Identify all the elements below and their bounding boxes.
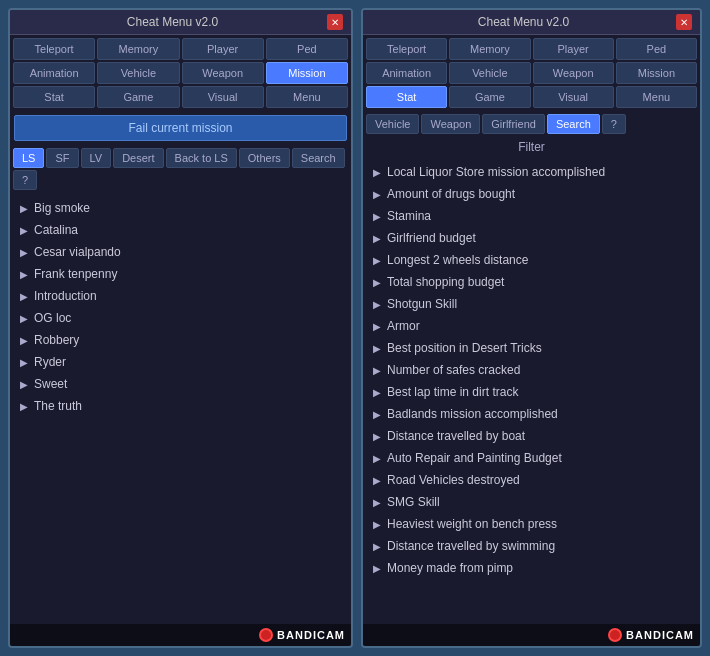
list-item[interactable]: ▶Introduction xyxy=(14,285,347,307)
list-item[interactable]: ▶Frank tenpenny xyxy=(14,263,347,285)
nav-ped-right[interactable]: Ped xyxy=(616,38,697,60)
list-item[interactable]: ▶Local Liquor Store mission accomplished xyxy=(367,161,696,183)
nav-ped-left[interactable]: Ped xyxy=(266,38,348,60)
nav-stat-left[interactable]: Stat xyxy=(13,86,95,108)
list-item[interactable]: ▶Cesar vialpando xyxy=(14,241,347,263)
arrow-icon: ▶ xyxy=(20,335,28,346)
nav-memory-right[interactable]: Memory xyxy=(449,38,530,60)
list-item[interactable]: ▶Girlfriend budget xyxy=(367,227,696,249)
nav-player-right[interactable]: Player xyxy=(533,38,614,60)
left-list[interactable]: ▶Big smoke ▶Catalina ▶Cesar vialpando ▶F… xyxy=(10,193,351,624)
subtab-ls[interactable]: LS xyxy=(13,148,44,168)
nav-animation-right[interactable]: Animation xyxy=(366,62,447,84)
left-close-button[interactable]: ✕ xyxy=(327,14,343,30)
list-item[interactable]: ▶Best lap time in dirt track xyxy=(367,381,696,403)
bandicam-dot-left xyxy=(259,628,273,642)
subtab-girlfriend-right[interactable]: Girlfriend xyxy=(482,114,545,134)
subtab-search-right[interactable]: Search xyxy=(547,114,600,134)
subtab-others[interactable]: Others xyxy=(239,148,290,168)
nav-animation-left[interactable]: Animation xyxy=(13,62,95,84)
list-item[interactable]: ▶Stamina xyxy=(367,205,696,227)
right-sub-tabs: Vehicle Weapon Girlfriend Search ? xyxy=(363,111,700,137)
arrow-icon: ▶ xyxy=(373,255,381,266)
list-item[interactable]: ▶Shotgun Skill xyxy=(367,293,696,315)
arrow-icon: ▶ xyxy=(20,357,28,368)
list-item[interactable]: ▶Longest 2 wheels distance xyxy=(367,249,696,271)
list-item[interactable]: ▶SMG Skill xyxy=(367,491,696,513)
subtab-lv[interactable]: LV xyxy=(81,148,112,168)
arrow-icon: ▶ xyxy=(373,387,381,398)
list-item[interactable]: ▶Ryder xyxy=(14,351,347,373)
right-close-button[interactable]: ✕ xyxy=(676,14,692,30)
nav-weapon-left[interactable]: Weapon xyxy=(182,62,264,84)
arrow-icon: ▶ xyxy=(20,379,28,390)
list-item[interactable]: ▶Badlands mission accomplished xyxy=(367,403,696,425)
arrow-icon: ▶ xyxy=(373,519,381,530)
subtab-search-left[interactable]: Search xyxy=(292,148,345,168)
nav-mission-right[interactable]: Mission xyxy=(616,62,697,84)
nav-mission-left[interactable]: Mission xyxy=(266,62,348,84)
list-item[interactable]: ▶Armor xyxy=(367,315,696,337)
arrow-icon: ▶ xyxy=(373,211,381,222)
arrow-icon: ▶ xyxy=(373,299,381,310)
nav-teleport-left[interactable]: Teleport xyxy=(13,38,95,60)
nav-vehicle-left[interactable]: Vehicle xyxy=(97,62,179,84)
list-item[interactable]: ▶Auto Repair and Painting Budget xyxy=(367,447,696,469)
nav-game-right[interactable]: Game xyxy=(449,86,530,108)
fail-mission-button[interactable]: Fail current mission xyxy=(14,115,347,141)
nav-visual-left[interactable]: Visual xyxy=(182,86,264,108)
filter-label: Filter xyxy=(367,140,696,154)
bandicam-text-right: BANDICAM xyxy=(626,629,694,641)
list-item[interactable]: ▶Best position in Desert Tricks xyxy=(367,337,696,359)
arrow-icon: ▶ xyxy=(20,225,28,236)
list-item[interactable]: ▶Road Vehicles destroyed xyxy=(367,469,696,491)
nav-player-left[interactable]: Player xyxy=(182,38,264,60)
arrow-icon: ▶ xyxy=(373,409,381,420)
subtab-weapon-right[interactable]: Weapon xyxy=(421,114,480,134)
list-item[interactable]: ▶Distance travelled by swimming xyxy=(367,535,696,557)
left-bandicam: BANDICAM xyxy=(10,624,351,646)
subtab-desert[interactable]: Desert xyxy=(113,148,163,168)
list-item[interactable]: ▶Amount of drugs bought xyxy=(367,183,696,205)
subtab-question-right[interactable]: ? xyxy=(602,114,626,134)
arrow-icon: ▶ xyxy=(373,475,381,486)
list-item[interactable]: ▶Total shopping budget xyxy=(367,271,696,293)
subtab-backtols[interactable]: Back to LS xyxy=(166,148,237,168)
right-list[interactable]: ▶Local Liquor Store mission accomplished… xyxy=(363,157,700,624)
nav-memory-left[interactable]: Memory xyxy=(97,38,179,60)
list-item[interactable]: ▶Distance travelled by boat xyxy=(367,425,696,447)
nav-vehicle-right[interactable]: Vehicle xyxy=(449,62,530,84)
bandicam-text-left: BANDICAM xyxy=(277,629,345,641)
left-window-title: Cheat Menu v2.0 xyxy=(18,15,327,29)
arrow-icon: ▶ xyxy=(373,541,381,552)
nav-game-left[interactable]: Game xyxy=(97,86,179,108)
list-item[interactable]: ▶Robbery xyxy=(14,329,347,351)
arrow-icon: ▶ xyxy=(373,497,381,508)
arrow-icon: ▶ xyxy=(373,321,381,332)
subtab-vehicle-right[interactable]: Vehicle xyxy=(366,114,419,134)
nav-visual-right[interactable]: Visual xyxy=(533,86,614,108)
subtab-question-left[interactable]: ? xyxy=(13,170,37,190)
left-sub-tabs: LS SF LV Desert Back to LS Others Search… xyxy=(10,145,351,193)
list-item[interactable]: ▶Sweet xyxy=(14,373,347,395)
arrow-icon: ▶ xyxy=(373,343,381,354)
arrow-icon: ▶ xyxy=(20,313,28,324)
nav-weapon-right[interactable]: Weapon xyxy=(533,62,614,84)
left-title-bar: Cheat Menu v2.0 ✕ xyxy=(10,10,351,35)
nav-menu-left[interactable]: Menu xyxy=(266,86,348,108)
right-window: Cheat Menu v2.0 ✕ Teleport Memory Player… xyxy=(361,8,702,648)
list-item[interactable]: ▶Money made from pimp xyxy=(367,557,696,579)
nav-menu-right[interactable]: Menu xyxy=(616,86,697,108)
list-item[interactable]: ▶The truth xyxy=(14,395,347,417)
list-item[interactable]: ▶Catalina xyxy=(14,219,347,241)
subtab-sf[interactable]: SF xyxy=(46,148,78,168)
right-content: ▶Local Liquor Store mission accomplished… xyxy=(363,157,700,624)
arrow-icon: ▶ xyxy=(373,189,381,200)
nav-stat-right[interactable]: Stat xyxy=(366,86,447,108)
list-item[interactable]: ▶Big smoke xyxy=(14,197,347,219)
list-item[interactable]: ▶OG loc xyxy=(14,307,347,329)
list-item[interactable]: ▶Heaviest weight on bench press xyxy=(367,513,696,535)
nav-teleport-right[interactable]: Teleport xyxy=(366,38,447,60)
list-item[interactable]: ▶Number of safes cracked xyxy=(367,359,696,381)
mission-btn-container: Fail current mission xyxy=(10,111,351,145)
